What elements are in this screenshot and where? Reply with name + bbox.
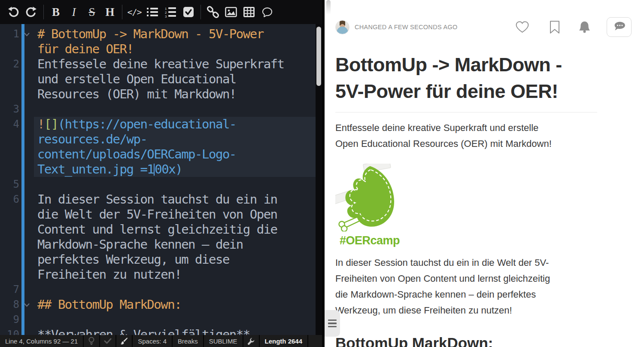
table-icon xyxy=(243,7,255,17)
code-text: Entfessele deine kreative Superkraft xyxy=(34,57,316,72)
bookmark-button[interactable] xyxy=(550,21,560,34)
cursor-position-label: Line 4, Columns 92 — 21 xyxy=(5,338,78,345)
document-length-status: Length 2644 xyxy=(260,335,309,347)
line-number xyxy=(0,162,19,177)
code-text: die Welt der 5V-Freiheiten von Open xyxy=(34,207,316,222)
svg-text:2: 2 xyxy=(165,11,167,15)
undo-button[interactable] xyxy=(4,0,22,24)
editor-row[interactable]: 6In dieser Session tauchst du ein in xyxy=(0,192,322,207)
oercamp-logo: #OERcamp xyxy=(335,164,406,247)
preferences-button[interactable] xyxy=(243,335,260,347)
like-button[interactable] xyxy=(516,21,529,33)
spellcheck-button[interactable] xyxy=(100,335,116,347)
undo-icon xyxy=(7,6,19,18)
author-avatar[interactable] xyxy=(335,20,349,34)
heading-button[interactable]: H xyxy=(101,0,119,24)
link-button[interactable] xyxy=(204,0,222,24)
code-text: Content und lernst gleichzeitig die xyxy=(34,222,316,237)
editor-scrollbar-track[interactable] xyxy=(316,24,322,335)
preview-header: CHANGED A FEW SECONDS AGO xyxy=(335,17,632,37)
editor-row[interactable]: resources.de/wp- xyxy=(0,132,322,147)
keymap-label: SUBLIME xyxy=(209,338,237,345)
unordered-list-button[interactable] xyxy=(143,0,161,24)
editor-row[interactable]: 10**Verwahren & Vervielfältigen** xyxy=(0,327,322,335)
image-button[interactable] xyxy=(222,0,240,24)
indent-setting[interactable]: Spaces: 4 xyxy=(133,335,173,347)
fold-chevron-icon[interactable] xyxy=(19,297,34,312)
editor-row[interactable]: 5 xyxy=(0,177,322,192)
fold-chevron-icon[interactable] xyxy=(19,27,34,42)
line-number xyxy=(0,252,19,267)
fold-gutter xyxy=(19,177,34,192)
fold-gutter xyxy=(19,102,34,117)
editor-row[interactable]: 9 xyxy=(0,312,322,327)
title-divider xyxy=(335,112,597,113)
editor-surface[interactable]: 1# BottomUp -> MarkDown - 5V-Powerfür de… xyxy=(0,24,322,335)
notifications-button[interactable] xyxy=(579,21,590,33)
line-number xyxy=(0,207,19,222)
editor-rows: 1# BottomUp -> MarkDown - 5V-Powerfür de… xyxy=(0,27,322,335)
keymap-setting[interactable]: SUBLIME xyxy=(204,335,243,347)
editor-scrollbar-thumb[interactable] xyxy=(316,27,321,86)
fold-gutter xyxy=(19,327,34,335)
code-text: content/uploads/OERCamp-Logo- xyxy=(34,147,316,162)
editor-row[interactable]: 1# BottomUp -> MarkDown - 5V-Power xyxy=(0,27,322,42)
code-button[interactable]: </> xyxy=(125,0,143,24)
bell-icon xyxy=(579,21,590,33)
linebreak-label: Breaks xyxy=(178,338,198,345)
svg-text:3: 3 xyxy=(165,15,167,18)
editor-row[interactable]: für deine OER! xyxy=(0,42,322,57)
ordered-list-button[interactable]: 1 2 3 xyxy=(161,0,179,24)
fold-gutter xyxy=(19,222,34,237)
preview-scrollbar-thumb[interactable] xyxy=(326,0,331,15)
editor-row[interactable]: 8## BottomUp MarkDown: xyxy=(0,297,322,312)
hamburger-icon xyxy=(328,323,337,324)
editor-row[interactable]: Resources (OER) mit Markdown! xyxy=(0,87,322,102)
editor-row[interactable]: die Welt der 5V-Freiheiten von Open xyxy=(0,207,322,222)
redo-button[interactable] xyxy=(22,0,40,24)
session-paragraph: In dieser Session tauchst du ein in die … xyxy=(335,255,593,318)
comments-panel-button[interactable] xyxy=(607,17,632,37)
comment-icon xyxy=(261,6,273,18)
toc-toggle-handle[interactable] xyxy=(325,310,340,337)
wrench-icon xyxy=(247,338,255,345)
editor-row[interactable]: perfektes Werkzeug, um diese xyxy=(0,252,322,267)
code-text: ![](https://open-educational- xyxy=(34,117,316,132)
night-mode-button[interactable] xyxy=(84,335,100,347)
bold-button[interactable]: B xyxy=(47,0,65,24)
code-icon: </> xyxy=(127,7,141,17)
link-icon xyxy=(207,6,219,18)
table-button[interactable] xyxy=(240,0,258,24)
strikethrough-button[interactable]: S xyxy=(83,0,101,24)
fold-gutter xyxy=(19,282,34,297)
editor-pane: B I S H </> 1 2 3 xyxy=(0,0,322,347)
code-text: perfektes Werkzeug, um diese xyxy=(34,252,316,267)
code-text xyxy=(34,177,316,192)
code-text: Markdown-Sprache kennen – dein xyxy=(34,237,316,252)
code-text: # BottomUp -> MarkDown - 5V-Power xyxy=(34,27,316,42)
editor-row[interactable]: 4![](https://open-educational- xyxy=(0,117,322,132)
editor-row[interactable]: 3 xyxy=(0,102,322,117)
theme-button[interactable] xyxy=(116,335,133,347)
editor-row[interactable]: Markdown-Sprache kennen – dein xyxy=(0,237,322,252)
editor-row[interactable]: content/uploads/OERCamp-Logo- xyxy=(0,147,322,162)
editor-row[interactable]: Freiheiten zu nutzen! xyxy=(0,267,322,282)
intro-paragraph: Entfessele deine kreative Superkraft und… xyxy=(335,120,593,152)
editor-row[interactable]: 2Entfessele deine kreative Superkraft xyxy=(0,57,322,72)
cursor-position-status[interactable]: Line 4, Columns 92 — 21 xyxy=(0,335,84,347)
linebreak-setting[interactable]: Breaks xyxy=(173,335,204,347)
italic-button[interactable]: I xyxy=(65,0,83,24)
editor-row[interactable]: Text_unten.jpg =100x) xyxy=(0,162,322,177)
comment-button[interactable] xyxy=(258,0,276,24)
line-number: 2 xyxy=(0,57,19,72)
editor-row[interactable]: 7 xyxy=(0,282,322,297)
editor-row[interactable]: Content und lernst gleichzeitig die xyxy=(0,222,322,237)
editor-row[interactable]: und erstelle Open Educational xyxy=(0,72,322,87)
checklist-button[interactable] xyxy=(179,0,197,24)
line-number: 8 xyxy=(0,297,19,312)
code-text: und erstelle Open Educational xyxy=(34,72,316,87)
check-icon xyxy=(104,338,112,344)
code-text: resources.de/wp- xyxy=(34,132,316,147)
code-text: Text_unten.jpg =100x) xyxy=(34,162,316,177)
indent-label: Spaces: 4 xyxy=(138,338,167,345)
